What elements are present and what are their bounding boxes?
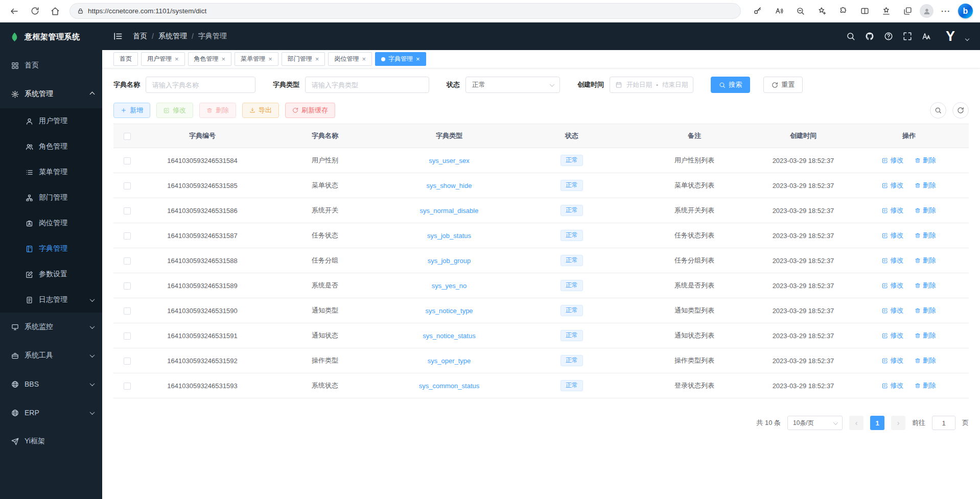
row-delete-button[interactable]: 删除 bbox=[915, 231, 936, 240]
row-delete-button[interactable]: 删除 bbox=[915, 256, 936, 265]
row-edit-button[interactable]: 修改 bbox=[882, 256, 903, 265]
row-edit-button[interactable]: 修改 bbox=[882, 331, 903, 340]
tab-home[interactable]: 首页 bbox=[113, 52, 138, 66]
row-edit-button[interactable]: 修改 bbox=[882, 381, 903, 390]
tab-dict-mgmt[interactable]: 字典管理× bbox=[375, 52, 426, 66]
more-icon[interactable]: ⋯ bbox=[937, 3, 955, 20]
row-checkbox[interactable] bbox=[124, 232, 131, 240]
dict-type-link[interactable]: sys_job_status bbox=[427, 232, 471, 240]
row-checkbox[interactable] bbox=[124, 358, 131, 365]
dict-type-link[interactable]: sys_yes_no bbox=[432, 282, 467, 290]
row-checkbox[interactable] bbox=[124, 207, 131, 215]
sidebar-item-system-monitor[interactable]: 系统监控 bbox=[0, 313, 102, 341]
close-icon[interactable]: × bbox=[416, 56, 420, 62]
row-edit-button[interactable]: 修改 bbox=[882, 231, 903, 240]
zoom-icon[interactable] bbox=[791, 3, 809, 20]
goto-page-input[interactable] bbox=[932, 416, 955, 430]
sidebar-item-user-mgmt[interactable]: 用户管理 bbox=[0, 108, 102, 134]
row-delete-button[interactable]: 删除 bbox=[915, 356, 936, 365]
sidebar-item-param-settings[interactable]: 参数设置 bbox=[0, 262, 102, 287]
close-icon[interactable]: × bbox=[222, 56, 226, 62]
row-checkbox[interactable] bbox=[124, 383, 131, 390]
tab-post-mgmt[interactable]: 岗位管理× bbox=[328, 52, 372, 66]
toggle-search-button[interactable] bbox=[930, 102, 946, 118]
row-delete-button[interactable]: 删除 bbox=[915, 381, 936, 390]
row-edit-button[interactable]: 修改 bbox=[882, 356, 903, 365]
export-button[interactable]: 导出 bbox=[242, 103, 279, 118]
read-aloud-icon[interactable] bbox=[769, 3, 788, 20]
fullscreen-icon[interactable] bbox=[903, 32, 912, 41]
close-icon[interactable]: × bbox=[362, 56, 366, 62]
sidebar-item-menu-mgmt[interactable]: 菜单管理 bbox=[0, 159, 102, 185]
current-page-button[interactable]: 1 bbox=[870, 416, 884, 430]
add-button[interactable]: 新增 bbox=[113, 103, 150, 118]
close-icon[interactable]: × bbox=[175, 56, 179, 62]
key-icon[interactable] bbox=[748, 3, 766, 20]
row-checkbox[interactable] bbox=[124, 257, 131, 265]
row-delete-button[interactable]: 删除 bbox=[915, 281, 936, 290]
tab-role-mgmt[interactable]: 角色管理× bbox=[188, 52, 232, 66]
row-edit-button[interactable]: 修改 bbox=[882, 156, 903, 165]
reset-button[interactable]: 重置 bbox=[763, 77, 803, 93]
sidebar-item-dict-mgmt[interactable]: 字典管理 bbox=[0, 236, 102, 262]
row-checkbox[interactable] bbox=[124, 332, 131, 340]
status-select[interactable]: 正常 bbox=[465, 77, 560, 93]
extensions-icon[interactable] bbox=[834, 3, 852, 20]
user-logo[interactable]: Y bbox=[946, 30, 955, 43]
row-edit-button[interactable]: 修改 bbox=[882, 181, 903, 190]
prev-page-button[interactable]: ‹ bbox=[849, 416, 864, 430]
row-delete-button[interactable]: 删除 bbox=[915, 306, 936, 315]
row-checkbox[interactable] bbox=[124, 157, 131, 164]
close-icon[interactable]: × bbox=[268, 56, 272, 62]
search-button[interactable]: 搜索 bbox=[711, 77, 750, 93]
row-delete-button[interactable]: 删除 bbox=[915, 181, 936, 190]
sidebar-item-erp[interactable]: ERP bbox=[0, 398, 102, 427]
sidebar-item-log-mgmt[interactable]: 日志管理 bbox=[0, 287, 102, 313]
sidebar-item-role-mgmt[interactable]: 角色管理 bbox=[0, 134, 102, 159]
back-button[interactable] bbox=[5, 3, 24, 20]
sidebar-item-post-mgmt[interactable]: 岗位管理 bbox=[0, 210, 102, 236]
row-delete-button[interactable]: 删除 bbox=[915, 156, 936, 165]
dict-type-link[interactable]: sys_notice_type bbox=[425, 307, 473, 315]
dict-type-link[interactable]: sys_user_sex bbox=[429, 157, 469, 164]
row-edit-button[interactable]: 修改 bbox=[882, 306, 903, 315]
row-edit-button[interactable]: 修改 bbox=[882, 281, 903, 290]
delete-button[interactable]: 删除 bbox=[199, 103, 236, 118]
dict-type-input[interactable] bbox=[305, 77, 429, 93]
sidebar-item-home[interactable]: 首页 bbox=[0, 51, 102, 80]
collapse-sidebar-icon[interactable] bbox=[113, 32, 123, 41]
profile-avatar[interactable] bbox=[920, 4, 934, 18]
home-button[interactable] bbox=[46, 3, 64, 20]
row-checkbox[interactable] bbox=[124, 282, 131, 290]
close-icon[interactable]: × bbox=[315, 56, 319, 62]
breadcrumb-system-mgmt[interactable]: 系统管理 bbox=[158, 32, 187, 41]
sidebar-item-system-mgmt[interactable]: 系统管理 bbox=[0, 80, 102, 108]
tab-user-mgmt[interactable]: 用户管理× bbox=[141, 52, 185, 66]
search-icon[interactable] bbox=[846, 32, 855, 41]
dict-type-link[interactable]: sys_show_hide bbox=[427, 182, 472, 189]
address-bar[interactable]: https://ccnetcore.com:1101/system/dict bbox=[69, 3, 741, 19]
github-icon[interactable] bbox=[865, 32, 874, 41]
refresh-cache-button[interactable]: 刷新缓存 bbox=[285, 103, 335, 118]
tab-menu-mgmt[interactable]: 菜单管理× bbox=[235, 52, 278, 66]
sidebar-item-bbs[interactable]: BBS bbox=[0, 370, 102, 398]
row-checkbox[interactable] bbox=[124, 182, 131, 189]
dict-type-link[interactable]: sys_normal_disable bbox=[420, 207, 479, 215]
row-delete-button[interactable]: 删除 bbox=[915, 206, 936, 215]
bing-chat-icon[interactable]: b bbox=[958, 4, 973, 18]
font-size-icon[interactable] bbox=[922, 32, 931, 41]
tab-dept-mgmt[interactable]: 部门管理× bbox=[282, 52, 325, 66]
dict-type-link[interactable]: sys_job_group bbox=[428, 257, 471, 265]
row-delete-button[interactable]: 删除 bbox=[915, 331, 936, 340]
split-screen-icon[interactable] bbox=[855, 3, 874, 20]
page-size-select[interactable]: 10条/页 bbox=[787, 416, 843, 430]
dict-name-input[interactable] bbox=[146, 77, 255, 93]
dict-type-link[interactable]: sys_notice_status bbox=[423, 332, 475, 340]
sidebar-item-dept-mgmt[interactable]: 部门管理 bbox=[0, 185, 102, 210]
select-all-checkbox[interactable] bbox=[124, 133, 131, 140]
sidebar-item-system-tools[interactable]: 系统工具 bbox=[0, 341, 102, 370]
date-range-picker[interactable]: 开始日期 - 结束日期 bbox=[610, 77, 693, 93]
favorites-icon[interactable] bbox=[877, 3, 895, 20]
sidebar-item-yi-framework[interactable]: Yi框架 bbox=[0, 427, 102, 456]
row-checkbox[interactable] bbox=[124, 307, 131, 315]
